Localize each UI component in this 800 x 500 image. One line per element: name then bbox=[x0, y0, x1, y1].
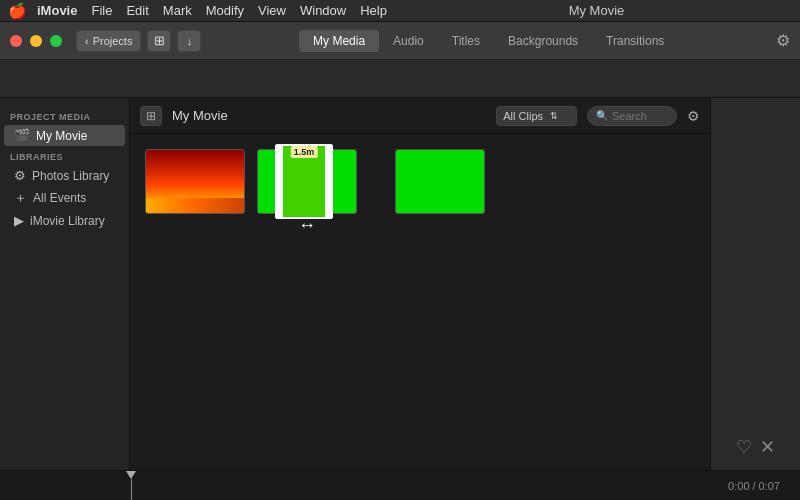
playhead-line bbox=[131, 479, 132, 500]
dropdown-arrow-icon: ⇅ bbox=[550, 111, 558, 121]
clip-sunset-wrapper[interactable] bbox=[145, 149, 245, 214]
all-clips-label: All Clips bbox=[503, 110, 543, 122]
chevron-left-icon: ‹ bbox=[85, 35, 89, 47]
time-total: 0:07 bbox=[759, 480, 780, 492]
timeline-area: 0:00 / 0:07 bbox=[0, 470, 800, 500]
sidebar-my-movie-label: My Movie bbox=[36, 129, 87, 143]
tab-audio[interactable]: Audio bbox=[379, 30, 438, 52]
clip-green2-wrapper[interactable] bbox=[391, 149, 485, 214]
back-projects-button[interactable]: ‹ Projects bbox=[76, 30, 141, 52]
menu-file[interactable]: File bbox=[91, 3, 112, 18]
tab-transitions[interactable]: Transitions bbox=[592, 30, 678, 52]
minimize-button[interactable] bbox=[30, 35, 42, 47]
sidebar: PROJECT MEDIA 🎬 My Movie LIBRARIES ⚙ Pho… bbox=[0, 98, 130, 470]
toolbar-right: ⚙ bbox=[776, 31, 790, 50]
toolbar: ‹ Projects ⊞ ↓ My Media Audio Titles Bac… bbox=[0, 22, 800, 60]
right-panel-actions: ♡ ✕ bbox=[736, 436, 775, 458]
menu-modify[interactable]: Modify bbox=[206, 3, 244, 18]
main-layout: PROJECT MEDIA 🎬 My Movie LIBRARIES ⚙ Pho… bbox=[0, 98, 800, 470]
reject-icon[interactable]: ✕ bbox=[760, 436, 775, 458]
toolbar-settings-icon[interactable]: ⚙ bbox=[776, 31, 790, 50]
clip-view-button[interactable]: ⊞ bbox=[147, 30, 171, 52]
arrow-icon: ▶ bbox=[14, 213, 24, 228]
menu-window[interactable]: Window bbox=[300, 3, 346, 18]
sidebar-item-photos-library[interactable]: ⚙ Photos Library bbox=[4, 165, 125, 186]
close-button[interactable] bbox=[10, 35, 22, 47]
content-title: My Movie bbox=[172, 108, 228, 123]
playhead-triangle bbox=[126, 471, 136, 479]
menu-imovie[interactable]: iMovie bbox=[37, 3, 77, 18]
tab-titles[interactable]: Titles bbox=[438, 30, 494, 52]
sidebar-item-my-movie[interactable]: 🎬 My Movie bbox=[4, 125, 125, 146]
trim-handle-right[interactable] bbox=[325, 144, 333, 219]
grid-toggle-button[interactable]: ⊞ bbox=[140, 106, 162, 126]
search-box[interactable]: 🔍 bbox=[587, 106, 677, 126]
search-input[interactable] bbox=[612, 110, 668, 122]
menu-mark[interactable]: Mark bbox=[163, 3, 192, 18]
project-media-section: PROJECT MEDIA bbox=[0, 106, 129, 125]
trim-handle-left[interactable] bbox=[275, 144, 283, 219]
sidebar-item-all-events[interactable]: ＋ All Events bbox=[4, 186, 125, 210]
film-icon: 🎬 bbox=[14, 128, 30, 143]
photos-library-label: Photos Library bbox=[32, 169, 109, 183]
maximize-button[interactable] bbox=[50, 35, 62, 47]
toolbar-left: ‹ Projects ⊞ ↓ bbox=[10, 30, 201, 52]
content-settings-icon[interactable]: ⚙ bbox=[687, 108, 700, 124]
tab-bar: My Media Audio Titles Backgrounds Transi… bbox=[201, 30, 776, 52]
tab-backgrounds[interactable]: Backgrounds bbox=[494, 30, 592, 52]
time-current: 0:00 bbox=[728, 480, 749, 492]
clips-area: 1.5m ↔ bbox=[130, 134, 710, 470]
sub-toolbar bbox=[0, 60, 800, 98]
search-icon: 🔍 bbox=[596, 110, 608, 121]
photos-icon: ⚙ bbox=[14, 168, 26, 183]
content-area: ⊞ My Movie All Clips ⇅ 🔍 ⚙ bbox=[130, 98, 710, 470]
add-clip-button[interactable]: ↓ bbox=[177, 30, 201, 52]
playhead bbox=[130, 471, 132, 500]
sidebar-item-imovie-library[interactable]: ▶ iMovie Library bbox=[4, 210, 125, 231]
favorite-icon[interactable]: ♡ bbox=[736, 436, 752, 458]
right-panel: ♡ ✕ bbox=[710, 98, 800, 470]
window-title: My Movie bbox=[401, 3, 792, 18]
trim-label: 1.5m bbox=[291, 146, 318, 158]
all-events-label: All Events bbox=[33, 191, 86, 205]
clip-green2[interactable] bbox=[395, 149, 485, 214]
projects-label: Projects bbox=[93, 35, 133, 47]
apple-menu[interactable]: 🍎 bbox=[8, 2, 27, 20]
libraries-section: LIBRARIES bbox=[0, 146, 129, 165]
menu-help[interactable]: Help bbox=[360, 3, 387, 18]
plus-icon: ＋ bbox=[14, 189, 27, 207]
clip-sunset[interactable] bbox=[145, 149, 245, 214]
menubar: 🍎 iMovie File Edit Mark Modify View Wind… bbox=[0, 0, 800, 22]
content-header: ⊞ My Movie All Clips ⇅ 🔍 ⚙ bbox=[130, 98, 710, 134]
all-clips-selector[interactable]: All Clips ⇅ bbox=[496, 106, 577, 126]
imovie-library-label: iMovie Library bbox=[30, 214, 105, 228]
menu-edit[interactable]: Edit bbox=[126, 3, 148, 18]
menu-view[interactable]: View bbox=[258, 3, 286, 18]
tab-my-media[interactable]: My Media bbox=[299, 30, 379, 52]
resize-arrow: ↔ bbox=[267, 215, 347, 236]
clip-green1-container[interactable]: 1.5m ↔ bbox=[257, 149, 357, 214]
time-separator: / bbox=[753, 480, 756, 492]
